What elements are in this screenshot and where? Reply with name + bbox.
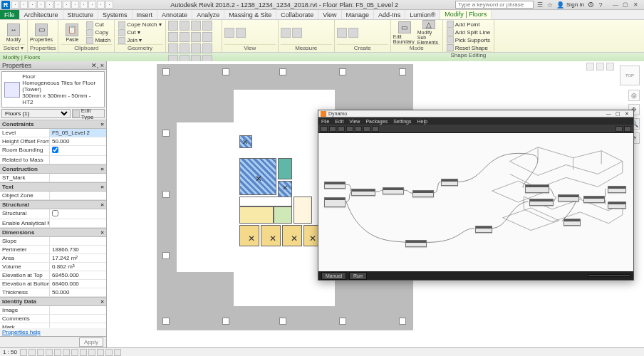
tool-icon[interactable] — [202, 32, 212, 42]
qat-3d-icon[interactable]: · — [71, 1, 79, 9]
dyn-menu-view[interactable]: View — [349, 119, 360, 124]
tab-file[interactable]: File — [0, 10, 20, 19]
prop-value[interactable] — [50, 306, 106, 314]
prop-row[interactable]: Thickness50.000 — [0, 288, 106, 297]
tab-massing-site[interactable]: Massing & Site — [224, 10, 276, 19]
status-icon[interactable] — [46, 349, 53, 356]
status-icon[interactable] — [105, 349, 113, 356]
tab-analyze[interactable]: Analyze — [192, 10, 224, 19]
dyn-run-button[interactable]: Run — [349, 272, 367, 280]
add-point-button[interactable]: Add Point — [445, 21, 492, 28]
tool-icon[interactable] — [348, 28, 358, 38]
prop-value[interactable]: 18866.730 — [50, 246, 106, 253]
dynamo-node[interactable] — [412, 190, 434, 197]
app-icon[interactable]: R — [1, 1, 10, 9]
prop-group-construction[interactable]: Construction× — [0, 164, 106, 174]
qat-sync-icon[interactable]: · — [97, 1, 105, 9]
edit-boundary-button[interactable]: ▭Edit Boundary — [393, 21, 416, 44]
prop-group-dimensions[interactable]: Dimensions× — [0, 228, 106, 237]
pick-supports-button[interactable]: Pick Supports — [445, 36, 492, 43]
prop-row[interactable]: Related to Mass — [0, 156, 106, 164]
dyn-menu-packages[interactable]: Packages — [365, 119, 388, 124]
prop-value[interactable] — [50, 174, 106, 182]
match-button[interactable]: Match — [85, 37, 112, 44]
dynamo-node[interactable] — [558, 194, 579, 201]
dynamo-max-icon[interactable]: ▢ — [616, 111, 620, 117]
prop-value[interactable]: 17.242 m² — [50, 254, 106, 262]
dynamo-node[interactable] — [324, 197, 346, 207]
qat-redo-icon[interactable]: · — [37, 1, 45, 9]
prop-value[interactable] — [50, 209, 106, 219]
prop-value[interactable] — [50, 146, 106, 155]
dyn-menu-file[interactable]: File — [321, 119, 329, 124]
qat-dropdown-icon[interactable]: · — [105, 1, 113, 9]
paste-button[interactable]: 📋Paste — [61, 21, 83, 44]
prop-row[interactable]: Image — [0, 306, 106, 315]
properties-button[interactable]: ▭Properties — [30, 21, 53, 44]
prop-group-constraints[interactable]: Constraints× — [0, 120, 106, 129]
qat-measure-icon[interactable]: · — [54, 1, 62, 9]
tab-lumion-[interactable]: Lumion® — [405, 10, 440, 19]
dynamo-titlebar[interactable]: Dynamo — ▢ ✕ — [318, 110, 633, 117]
tool-icon[interactable] — [292, 28, 302, 38]
tool-icon[interactable] — [180, 32, 189, 42]
tab-modify-floors[interactable]: Modify | Floors — [440, 10, 492, 19]
modify-sub-elements-button[interactable]: △Modify Sub Elements — [417, 21, 440, 44]
status-icon[interactable] — [54, 349, 61, 356]
dyn-tool-icon[interactable] — [616, 126, 623, 132]
tab-add-ins[interactable]: Add-Ins — [374, 10, 405, 19]
join--button[interactable]: Join ▾ — [117, 37, 162, 44]
dynamo-node[interactable] — [583, 196, 605, 203]
tool-icon[interactable] — [337, 28, 347, 38]
dynamo-canvas[interactable] — [318, 133, 633, 271]
tab-systems[interactable]: Systems — [98, 10, 133, 19]
prop-value[interactable]: 50.000 — [50, 288, 106, 296]
prop-row[interactable]: Object Zone — [0, 192, 106, 200]
type-selector[interactable]: Floor Homogeneous Tiles for Floor (Tower… — [1, 71, 105, 108]
status-icon[interactable] — [97, 349, 104, 356]
status-icon[interactable] — [63, 349, 70, 356]
properties-header[interactable]: Properties ✕, × — [0, 61, 106, 70]
dynamo-close-icon[interactable]: ✕ — [625, 111, 629, 117]
prop-row[interactable]: ST_Mark — [0, 174, 106, 182]
dynamo-node[interactable] — [383, 187, 404, 194]
dynamo-node[interactable] — [529, 199, 554, 206]
dynamo-node[interactable] — [441, 179, 458, 186]
dynamo-node[interactable] — [405, 240, 427, 247]
search-input[interactable] — [455, 1, 534, 9]
prop-row[interactable]: Area17.242 m² — [0, 254, 106, 263]
prop-value[interactable] — [50, 192, 106, 199]
instance-selector[interactable]: Floors (1) — [1, 109, 71, 118]
dyn-tool-icon[interactable] — [363, 126, 370, 132]
edit-type-button[interactable]: Edit Type — [72, 109, 105, 118]
prop-value[interactable] — [50, 156, 106, 164]
prop-row[interactable]: Elevation at Top68450.000 — [0, 271, 106, 280]
dynamo-node[interactable] — [324, 182, 346, 189]
tool-icon[interactable] — [236, 28, 246, 38]
tool-icon[interactable] — [180, 21, 189, 31]
dyn-tool-icon[interactable] — [346, 126, 353, 132]
prop-row[interactable]: Elevation at Bottom68400.000 — [0, 280, 106, 288]
copy-button[interactable]: Copy — [85, 29, 112, 36]
tab-architecture[interactable]: Architecture — [20, 10, 63, 19]
scale-label[interactable]: 1 : 50 — [3, 349, 17, 355]
prop-value[interactable] — [50, 323, 106, 328]
dyn-menu-edit[interactable]: Edit — [335, 119, 343, 124]
modify-button[interactable]: ↔Modify — [2, 21, 25, 44]
tool-icon[interactable] — [281, 28, 291, 38]
tool-icon[interactable] — [202, 21, 212, 31]
prop-value[interactable]: F5_05_Level 2 — [50, 129, 106, 137]
drawing-canvas[interactable]: TOP ◎ ✥ 🔍 ⟳ — [107, 61, 644, 347]
dyn-tool-icon[interactable] — [321, 126, 328, 132]
dyn-tool-icon[interactable] — [329, 126, 336, 132]
prop-value[interactable]: 50.000 — [50, 137, 106, 145]
dynamo-node[interactable] — [608, 186, 626, 193]
dynamo-node[interactable] — [525, 184, 549, 193]
help-icon[interactable]: ? — [597, 1, 604, 9]
tool-icon[interactable] — [180, 43, 189, 53]
tab-annotate[interactable]: Annotate — [157, 10, 192, 19]
status-icon[interactable] — [37, 349, 44, 356]
dynamo-node[interactable] — [351, 189, 375, 196]
prop-row[interactable]: Perimeter18866.730 — [0, 246, 106, 254]
tool-icon[interactable] — [168, 32, 178, 42]
